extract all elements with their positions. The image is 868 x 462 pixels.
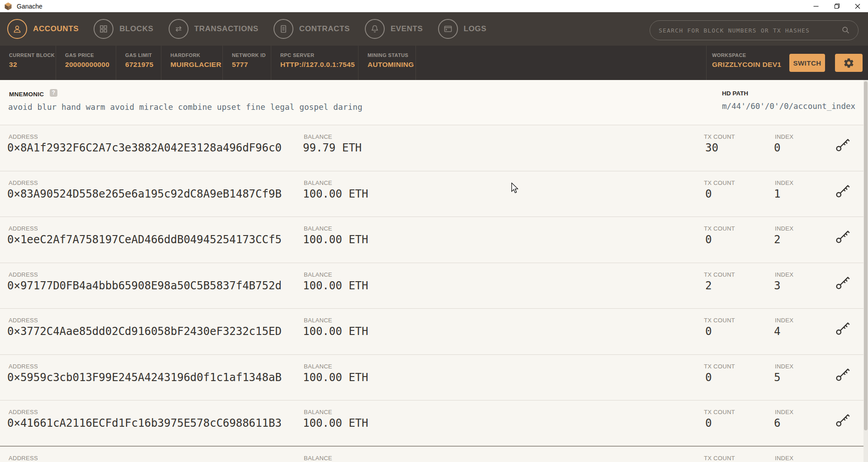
index-column-label: INDEX bbox=[775, 179, 793, 186]
index-column-label: INDEX bbox=[775, 363, 793, 370]
account-row: ADDRESS 0×8A1f2932F6C2A7c3e3882A042E3128… bbox=[0, 125, 863, 171]
stat-value: HTTP://127.0.0.1:7545 bbox=[280, 61, 358, 69]
show-private-key-icon[interactable] bbox=[835, 320, 851, 336]
address-column-label: ADDRESS bbox=[9, 225, 38, 232]
tab-events[interactable]: EVENTS bbox=[365, 19, 423, 39]
workspace-info: WORKSPACE GRIZZLYCOIN DEV1 bbox=[706, 46, 777, 80]
account-row: ADDRESS 0×5959c3cb013F99E245A4243196d0f1… bbox=[0, 355, 863, 401]
tab-blocks[interactable]: BLOCKS bbox=[94, 19, 153, 39]
account-index: 6 bbox=[774, 417, 780, 429]
workspace-label: WORKSPACE bbox=[712, 52, 777, 58]
tab-transactions[interactable]: TRANSACTIONS bbox=[169, 19, 259, 39]
txcount-column-label: TX COUNT bbox=[704, 225, 735, 232]
stat-rpc-server: RPC SERVER HTTP://127.0.0.1:7545 bbox=[271, 46, 359, 80]
account-index: 0 bbox=[774, 141, 780, 154]
show-private-key-icon[interactable] bbox=[835, 228, 851, 245]
user-icon bbox=[7, 19, 27, 39]
scrollbar-thumb[interactable] bbox=[864, 81, 868, 430]
stat-label: GAS LIMIT bbox=[125, 52, 161, 58]
vertical-scrollbar[interactable] bbox=[863, 80, 868, 462]
help-icon[interactable]: ? bbox=[50, 89, 57, 97]
stat-value: 5777 bbox=[232, 61, 271, 69]
account-index: 2 bbox=[774, 233, 780, 246]
account-row: ADDRESS 0×3772C4Aae85dd02Cd916058bF2430e… bbox=[0, 309, 863, 355]
balance-column-label: BALANCE bbox=[304, 363, 332, 370]
index-column-label: INDEX bbox=[775, 271, 793, 278]
txcount-column-label: TX COUNT bbox=[704, 179, 735, 186]
txcount-column-label: TX COUNT bbox=[704, 271, 735, 278]
close-icon[interactable] bbox=[847, 0, 868, 12]
account-row: ADDRESS 0×97177D0FB4a4bbb65908E98a50C5B5… bbox=[0, 263, 863, 309]
switch-workspace-button[interactable]: SWITCH bbox=[789, 54, 825, 72]
account-balance: 100.00 ETH bbox=[303, 417, 368, 429]
account-address[interactable]: 0×83A90524D558e265e6a195c92dC8A9eB1487Cf… bbox=[7, 188, 282, 200]
tab-contracts-label: CONTRACTS bbox=[299, 24, 350, 33]
tab-events-label: EVENTS bbox=[391, 24, 423, 33]
window-title: Ganache bbox=[17, 3, 42, 10]
account-tx-count: 0 bbox=[705, 417, 712, 429]
account-balance: 100.00 ETH bbox=[303, 233, 368, 246]
account-row: ADDRESS 0×83A90524D558e265e6a195c92dC8A9… bbox=[0, 171, 863, 217]
balance-column-label: BALANCE bbox=[304, 271, 332, 278]
tab-logs[interactable]: LOGS bbox=[438, 19, 487, 39]
document-icon bbox=[274, 19, 293, 39]
show-private-key-icon[interactable] bbox=[835, 137, 851, 153]
restore-icon[interactable] bbox=[826, 0, 847, 12]
main-nav: ACCOUNTS BLOCKS TRANSACTIONS CONTRACTS bbox=[0, 12, 868, 46]
account-row: ADDRESS BALANCE TX COUNT INDEX bbox=[0, 447, 863, 462]
show-private-key-icon[interactable] bbox=[835, 183, 851, 199]
titlebar: Ganache bbox=[0, 0, 868, 12]
account-tx-count: 30 bbox=[705, 141, 718, 154]
account-address[interactable]: 0×5959c3cb013F99E245A4243196d0f1c1af1348… bbox=[7, 371, 282, 384]
search-input[interactable]: SEARCH FOR BLOCK NUMBERS OR TX HASHES bbox=[650, 20, 859, 40]
gear-icon bbox=[843, 57, 854, 69]
tab-contracts[interactable]: CONTRACTS bbox=[274, 19, 350, 39]
terminal-icon bbox=[438, 19, 458, 39]
address-column-label: ADDRESS bbox=[9, 455, 38, 462]
tab-accounts[interactable]: ACCOUNTS bbox=[7, 19, 79, 39]
account-address[interactable]: 0×97177D0FB4a4bbb65908E98a50C5B5837f4B75… bbox=[7, 279, 282, 292]
stat-gas-price: GAS PRICE 20000000000 bbox=[56, 46, 116, 80]
stat-mining-status: MINING STATUS AUTOMINING bbox=[359, 46, 416, 80]
account-balance: 100.00 ETH bbox=[303, 188, 368, 200]
blocks-grid-icon bbox=[94, 19, 113, 39]
minimize-icon[interactable] bbox=[806, 0, 826, 12]
account-address[interactable]: 0×3772C4Aae85dd02Cd916058bF2430eF3232c15… bbox=[7, 325, 282, 338]
balance-column-label: BALANCE bbox=[304, 317, 332, 324]
account-address[interactable]: 0×1eeC2Af7A758197CeAD466ddB04945254173CC… bbox=[7, 233, 282, 246]
account-index: 3 bbox=[774, 279, 780, 292]
mnemonic-label: MNEMONIC bbox=[9, 91, 44, 98]
search-placeholder: SEARCH FOR BLOCK NUMBERS OR TX HASHES bbox=[659, 27, 810, 34]
search-icon[interactable] bbox=[841, 25, 851, 35]
txcount-column-label: TX COUNT bbox=[704, 409, 735, 415]
show-private-key-icon[interactable] bbox=[835, 412, 851, 428]
txcount-column-label: TX COUNT bbox=[704, 455, 735, 462]
stat-label: RPC SERVER bbox=[280, 52, 358, 58]
show-private-key-icon[interactable] bbox=[835, 274, 851, 291]
statusbar-right: WORKSPACE GRIZZLYCOIN DEV1 SWITCH bbox=[706, 46, 868, 80]
statusbar: CURRENT BLOCK 32 GAS PRICE 20000000000 G… bbox=[0, 46, 868, 80]
address-column-label: ADDRESS bbox=[9, 271, 38, 278]
mnemonic-words: avoid blur hand warm avoid miracle combi… bbox=[8, 103, 363, 112]
stat-value: 20000000000 bbox=[65, 61, 116, 69]
stat-label: NETWORK ID bbox=[232, 52, 271, 58]
account-address[interactable]: 0×8A1f2932F6C2A7c3e3882A042E3128a496dF96… bbox=[7, 141, 282, 154]
balance-column-label: BALANCE bbox=[304, 179, 332, 186]
account-tx-count: 0 bbox=[705, 233, 712, 246]
account-row: ADDRESS 0×1eeC2Af7A758197CeAD466ddB04945… bbox=[0, 217, 863, 263]
window-controls bbox=[806, 0, 868, 12]
stat-label: GAS PRICE bbox=[65, 52, 116, 58]
bell-icon bbox=[365, 19, 385, 39]
txcount-column-label: TX COUNT bbox=[704, 317, 735, 324]
account-address[interactable]: 0×41661cA2116ECFd1Fc16b3975E578cC6988611… bbox=[7, 417, 282, 429]
account-index: 4 bbox=[774, 325, 780, 338]
index-column-label: INDEX bbox=[775, 133, 793, 140]
index-column-label: INDEX bbox=[775, 409, 793, 415]
index-column-label: INDEX bbox=[775, 455, 793, 462]
index-column-label: INDEX bbox=[775, 225, 793, 232]
show-private-key-icon[interactable] bbox=[835, 366, 851, 382]
mnemonic-panel: MNEMONIC ? avoid blur hand warm avoid mi… bbox=[0, 80, 863, 125]
workspace-name: GRIZZLYCOIN DEV1 bbox=[712, 61, 777, 69]
settings-button[interactable] bbox=[835, 54, 863, 72]
mouse-cursor bbox=[510, 183, 520, 193]
